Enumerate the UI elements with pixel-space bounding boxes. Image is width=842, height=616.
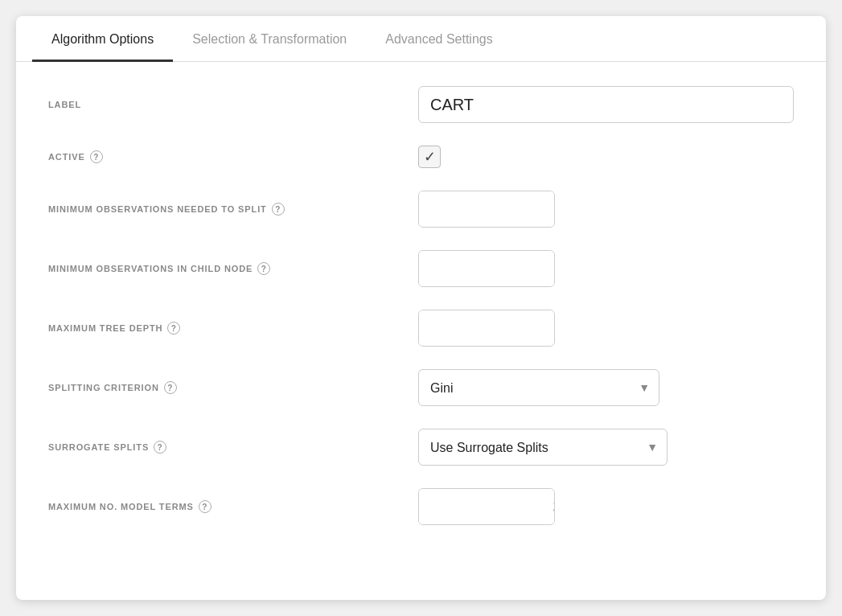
min-obs-split-help-icon[interactable]: ?: [272, 203, 285, 216]
min-obs-child-row: MINIMUM OBSERVATIONS IN CHILD NODE ? ▲ ▼: [48, 250, 794, 287]
max-tree-depth-help-icon[interactable]: ?: [167, 322, 180, 335]
splitting-criterion-row: SPLITTING CRITERION ? Gini Entropy ▼: [48, 369, 794, 406]
max-tree-depth-row: MAXIMUM TREE DEPTH ? ▲ ▼: [48, 310, 794, 347]
splitting-criterion-select-wrapper: Gini Entropy ▼: [418, 369, 659, 406]
splitting-criterion-label: SPLITTING CRITERION ?: [48, 381, 418, 394]
max-tree-depth-input[interactable]: [419, 310, 555, 346]
min-obs-split-row: MINIMUM OBSERVATIONS NEEDED TO SPLIT ? ▲…: [48, 191, 794, 228]
main-panel: Algorithm Options Selection & Transforma…: [16, 16, 826, 600]
active-text: ACTIVE: [48, 152, 85, 162]
max-model-terms-input-wrapper: ▲ ▼: [418, 488, 555, 525]
tab-selection-transformation[interactable]: Selection & Transformation: [173, 16, 366, 62]
surrogate-splits-label: SURROGATE SPLITS ?: [48, 441, 418, 454]
min-obs-split-input-wrapper: ▲ ▼: [418, 191, 555, 228]
min-obs-child-input[interactable]: [419, 251, 555, 286]
tab-algorithm-options[interactable]: Algorithm Options: [32, 16, 173, 62]
checkmark-icon: ✓: [424, 150, 436, 164]
splitting-criterion-text: SPLITTING CRITERION: [48, 383, 159, 392]
max-model-terms-label: MAXIMUM NO. MODEL TERMS ?: [48, 500, 418, 513]
surrogate-splits-text: SURROGATE SPLITS: [48, 442, 149, 452]
max-model-terms-text: MAXIMUM NO. MODEL TERMS: [48, 502, 194, 511]
active-row: ACTIVE ? ✓: [48, 146, 794, 168]
active-checkbox[interactable]: ✓: [418, 146, 441, 168]
tab-advanced-settings[interactable]: Advanced Settings: [366, 16, 511, 62]
max-model-terms-help-icon[interactable]: ?: [199, 500, 212, 513]
min-obs-child-text: MINIMUM OBSERVATIONS IN CHILD NODE: [48, 264, 253, 273]
min-obs-child-input-wrapper: ▲ ▼: [418, 250, 555, 287]
label-input[interactable]: [418, 86, 794, 123]
surrogate-splits-select-wrapper: Use Surrogate Splits No Surrogate Splits…: [418, 429, 667, 466]
surrogate-splits-help-icon[interactable]: ?: [154, 441, 166, 454]
min-obs-child-help-icon[interactable]: ?: [257, 262, 270, 275]
tab-bar: Algorithm Options Selection & Transforma…: [16, 16, 826, 62]
active-field-label: ACTIVE ?: [48, 150, 418, 163]
max-model-terms-input[interactable]: [419, 489, 555, 524]
active-checkbox-wrapper: ✓: [418, 146, 441, 168]
label-field-label: LABEL: [48, 100, 418, 109]
max-tree-depth-text: MAXIMUM TREE DEPTH: [48, 323, 162, 333]
max-tree-depth-input-wrapper: ▲ ▼: [418, 310, 555, 347]
min-obs-child-label: MINIMUM OBSERVATIONS IN CHILD NODE ?: [48, 262, 418, 275]
splitting-criterion-help-icon[interactable]: ?: [164, 381, 177, 394]
splitting-criterion-select[interactable]: Gini Entropy: [418, 369, 659, 406]
surrogate-splits-row: SURROGATE SPLITS ? Use Surrogate Splits …: [48, 429, 794, 466]
min-obs-split-label: MINIMUM OBSERVATIONS NEEDED TO SPLIT ?: [48, 203, 418, 216]
max-tree-depth-label: MAXIMUM TREE DEPTH ?: [48, 322, 418, 335]
min-obs-split-input[interactable]: [419, 191, 555, 227]
surrogate-splits-select[interactable]: Use Surrogate Splits No Surrogate Splits: [418, 429, 667, 466]
label-text: LABEL: [48, 100, 81, 109]
max-model-terms-row: MAXIMUM NO. MODEL TERMS ? ▲ ▼: [48, 488, 794, 525]
form-content: LABEL ACTIVE ? ✓ MINIMUM OBSERVATIONS NE…: [16, 62, 826, 572]
active-help-icon[interactable]: ?: [90, 150, 103, 163]
min-obs-split-text: MINIMUM OBSERVATIONS NEEDED TO SPLIT: [48, 204, 267, 214]
label-row: LABEL: [48, 86, 794, 123]
